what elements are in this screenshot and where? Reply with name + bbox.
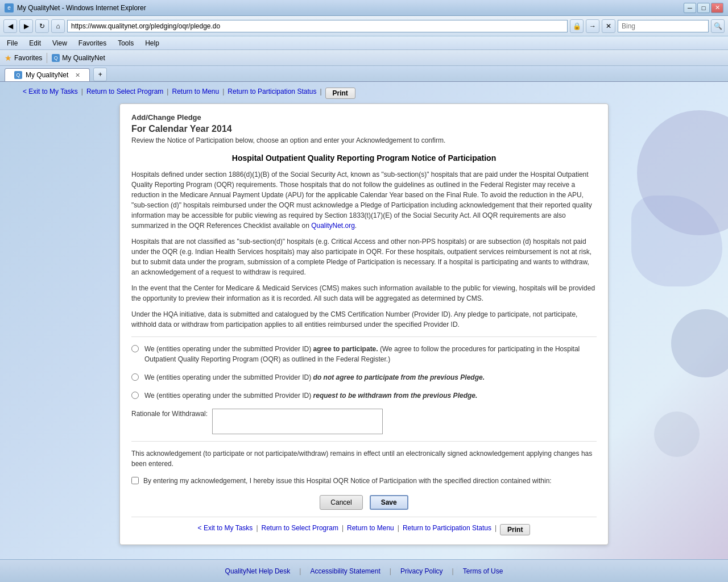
privacy-policy-link[interactable]: Privacy Policy bbox=[400, 567, 443, 575]
top-nav-links: < Exit to My Tasks | Return to Select Pr… bbox=[23, 88, 705, 99]
menu-help[interactable]: Help bbox=[143, 38, 162, 48]
radio-disagree[interactable] bbox=[131, 373, 139, 381]
menu-file[interactable]: File bbox=[5, 38, 20, 48]
radio-agree-label: We (entities operating under the submitt… bbox=[144, 344, 597, 364]
exit-tasks-link-top[interactable]: < Exit to My Tasks bbox=[23, 88, 78, 99]
paragraph-4: Under the HQA initiative, data is submit… bbox=[131, 309, 597, 330]
background-decoration bbox=[614, 82, 728, 559]
radio-withdraw[interactable] bbox=[131, 392, 139, 399]
tab-close-icon[interactable]: ✕ bbox=[75, 72, 80, 79]
security-icon: 🔒 bbox=[570, 19, 584, 33]
exit-tasks-link-bottom[interactable]: < Exit to My Tasks bbox=[198, 524, 253, 535]
radio-option-3: We (entities operating under the submitt… bbox=[131, 390, 597, 401]
star-icon: ★ bbox=[5, 53, 12, 63]
acknowledgement-row: By entering my acknowledgement, I hereby… bbox=[131, 476, 597, 486]
radio-agree[interactable] bbox=[131, 345, 139, 352]
page-title: Add/Change Pledge bbox=[131, 113, 597, 122]
divider-2 bbox=[131, 441, 597, 442]
rationale-label: Rationale for Withdrawal: bbox=[131, 409, 208, 418]
url-input[interactable] bbox=[67, 20, 568, 32]
ack-checkbox[interactable] bbox=[131, 477, 139, 484]
terms-of-use-link[interactable]: Terms of Use bbox=[463, 567, 503, 575]
favorites-button[interactable]: ★ Favorites bbox=[5, 53, 42, 63]
rationale-textarea[interactable] bbox=[212, 409, 383, 434]
qualitynet-fav-icon: Q bbox=[52, 54, 60, 62]
home-button[interactable]: ⌂ bbox=[51, 19, 65, 33]
radio-option-1: We (entities operating under the submitt… bbox=[131, 344, 597, 364]
close-button[interactable]: ✕ bbox=[711, 3, 723, 13]
minimize-button[interactable]: ─ bbox=[684, 3, 696, 13]
menu-tools[interactable]: Tools bbox=[115, 38, 136, 48]
ack-notice-text: This acknowledgement (to participate or … bbox=[131, 448, 597, 469]
maximize-button[interactable]: □ bbox=[697, 3, 710, 13]
radio-withdraw-label: We (entities operating under the submitt… bbox=[144, 390, 477, 401]
window-title: My QualityNet - Windows Internet Explore… bbox=[17, 4, 146, 12]
refresh-button[interactable]: ↻ bbox=[35, 19, 49, 33]
tab-bar: Q My QualityNet ✕ + bbox=[0, 66, 728, 82]
paragraph-2: Hospitals that are not classified as "su… bbox=[131, 236, 597, 277]
accessibility-link[interactable]: Accessibility Statement bbox=[310, 567, 380, 575]
paragraph-1: Hospitals defined under section 1886(d)(… bbox=[131, 169, 597, 231]
print-button-bottom[interactable]: Print bbox=[500, 524, 530, 535]
return-menu-link-bottom[interactable]: Return to Menu bbox=[347, 524, 394, 535]
new-tab-button[interactable]: + bbox=[93, 68, 107, 81]
radio-option-2: We (entities operating under the submitt… bbox=[131, 372, 597, 383]
menu-favorites[interactable]: Favorites bbox=[76, 38, 109, 48]
menu-bar: File Edit View Favorites Tools Help bbox=[0, 36, 728, 50]
print-button-top[interactable]: Print bbox=[325, 88, 355, 99]
stop-button[interactable]: ✕ bbox=[602, 19, 615, 33]
my-qualitynet-fav[interactable]: Q My QualityNet bbox=[52, 54, 105, 62]
return-menu-link-top[interactable]: Return to Menu bbox=[172, 88, 219, 99]
title-bar: e My QualityNet - Windows Internet Explo… bbox=[0, 0, 728, 16]
return-select-link-bottom[interactable]: Return to Select Program bbox=[262, 524, 338, 535]
back-button[interactable]: ◀ bbox=[3, 19, 17, 33]
menu-edit[interactable]: Edit bbox=[27, 38, 43, 48]
browser-icon: e bbox=[5, 3, 14, 13]
address-bar: ◀ ▶ ↻ ⌂ 🔒 → ✕ 🔍 bbox=[0, 16, 728, 36]
favorites-bar: ★ Favorites Q My QualityNet bbox=[0, 50, 728, 66]
section-heading: Hospital Outpatient Quality Reporting Pr… bbox=[131, 153, 597, 163]
cancel-button[interactable]: Cancel bbox=[320, 495, 362, 510]
tab-label: My QualityNet bbox=[26, 71, 68, 79]
tab-icon: Q bbox=[14, 71, 22, 79]
return-participation-link-bottom[interactable]: Return to Participation Status bbox=[403, 524, 491, 535]
help-desk-link[interactable]: QualityNet Help Desk bbox=[225, 567, 291, 575]
active-tab[interactable]: Q My QualityNet ✕ bbox=[5, 68, 90, 81]
return-participation-link-top[interactable]: Return to Participation Status bbox=[228, 88, 316, 99]
save-button[interactable]: Save bbox=[370, 495, 408, 510]
menu-view[interactable]: View bbox=[50, 38, 69, 48]
divider-1 bbox=[131, 336, 597, 337]
radio-disagree-label: We (entities operating under the submitt… bbox=[144, 372, 485, 383]
window-controls: ─ □ ✕ bbox=[684, 3, 723, 13]
rationale-row: Rationale for Withdrawal: bbox=[131, 409, 597, 434]
qualitynet-fav-label: My QualityNet bbox=[62, 54, 105, 62]
search-go-button[interactable]: 🔍 bbox=[711, 19, 725, 33]
bottom-nav-links: < Exit to My Tasks | Return to Select Pr… bbox=[131, 524, 597, 535]
ack-checkbox-label: By entering my acknowledgement, I hereby… bbox=[143, 476, 552, 486]
footer-bar: QualityNet Help Desk | Accessibility Sta… bbox=[0, 559, 728, 582]
forward-button[interactable]: ▶ bbox=[19, 19, 33, 33]
paragraph-3: In the event that the Center for Medicar… bbox=[131, 283, 597, 304]
search-input[interactable] bbox=[618, 20, 709, 32]
main-panel: Add/Change Pledge For Calendar Year 2014… bbox=[119, 103, 609, 545]
action-buttons: Cancel Save bbox=[131, 495, 597, 510]
return-select-link-top[interactable]: Return to Select Program bbox=[86, 88, 163, 99]
divider-3 bbox=[131, 517, 597, 517]
page-subtitle: Review the Notice of Participation below… bbox=[131, 136, 597, 144]
qualitynet-link[interactable]: QualityNet.org bbox=[311, 222, 355, 230]
year-title: For Calendar Year 2014 bbox=[131, 124, 597, 134]
browser-content: < Exit to My Tasks | Return to Select Pr… bbox=[0, 82, 728, 559]
go-button[interactable]: → bbox=[586, 19, 599, 33]
favorites-label: Favorites bbox=[14, 54, 42, 62]
